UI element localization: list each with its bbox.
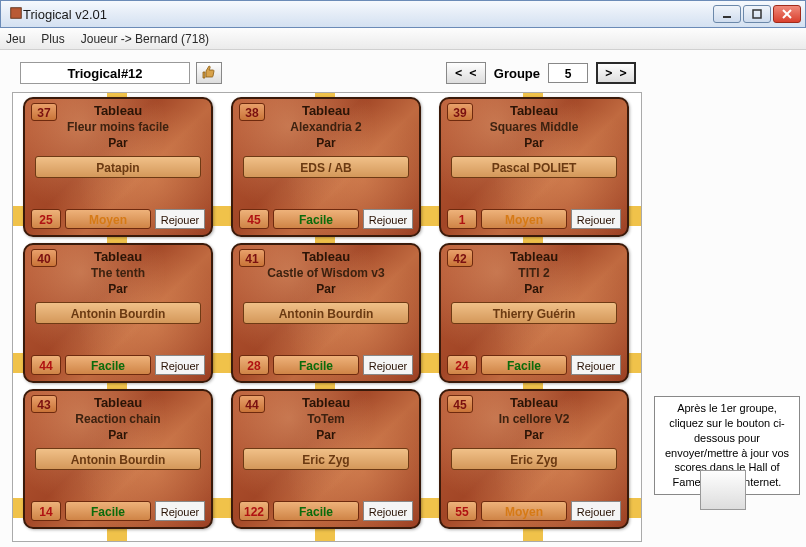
group-next-button[interactable]: > >	[596, 62, 636, 84]
par-label: Par	[233, 136, 419, 150]
board-author: EDS / AB	[243, 156, 409, 178]
board-card[interactable]: 37TableauFleur moins facileParPatapin25M…	[23, 97, 213, 237]
board-number-badge: 43	[31, 395, 57, 413]
board-card[interactable]: 39TableauSquares MiddleParPascal POLIET1…	[439, 97, 629, 237]
par-label: Par	[233, 428, 419, 442]
board-card[interactable]: 44TableauToTemParEric Zyg122FacileRejoue…	[231, 389, 421, 529]
board-author: Antonin Bourdin	[243, 302, 409, 324]
board-difficulty: Facile	[273, 209, 359, 229]
board-author: Patapin	[35, 156, 201, 178]
board-score: 24	[447, 355, 477, 375]
thumbs-up-icon	[201, 64, 217, 83]
replay-button[interactable]: Rejouer	[571, 209, 621, 229]
board-author: Eric Zyg	[243, 448, 409, 470]
minimize-button[interactable]	[713, 5, 741, 23]
svg-rect-0	[11, 7, 22, 18]
board-card[interactable]: 40TableauThe tenthParAntonin Bourdin44Fa…	[23, 243, 213, 383]
par-label: Par	[441, 428, 627, 442]
board-title: Reaction chain	[25, 412, 211, 426]
board-author: Pascal POLIET	[451, 156, 617, 178]
board-card[interactable]: 38TableauAlexandria 2ParEDS / AB45Facile…	[231, 97, 421, 237]
board-number-badge: 38	[239, 103, 265, 121]
board-number-badge: 41	[239, 249, 265, 267]
board-score: 44	[31, 355, 61, 375]
menu-joueur[interactable]: Joueur -> Bernard (718)	[81, 32, 209, 46]
board-title: Alexandria 2	[233, 120, 419, 134]
board-title: The tenth	[25, 266, 211, 280]
board-difficulty: Facile	[273, 501, 359, 521]
window-title: Triogical v2.01	[23, 7, 713, 22]
replay-button[interactable]: Rejouer	[155, 501, 205, 521]
board-number-badge: 40	[31, 249, 57, 267]
board-card[interactable]: 45TableauIn cellore V2ParEric Zyg55Moyen…	[439, 389, 629, 529]
board-author: Antonin Bourdin	[35, 302, 201, 324]
replay-button[interactable]: Rejouer	[571, 355, 621, 375]
maximize-button[interactable]	[743, 5, 771, 23]
board-score: 45	[239, 209, 269, 229]
board-score: 14	[31, 501, 61, 521]
board-score: 28	[239, 355, 269, 375]
board-score: 122	[239, 501, 269, 521]
replay-button[interactable]: Rejouer	[363, 209, 413, 229]
replay-button[interactable]: Rejouer	[363, 355, 413, 375]
replay-button[interactable]: Rejouer	[571, 501, 621, 521]
par-label: Par	[25, 282, 211, 296]
upload-scores-button[interactable]	[700, 470, 746, 510]
board-number-badge: 44	[239, 395, 265, 413]
group-prev-button[interactable]: < <	[446, 62, 486, 84]
board-difficulty: Moyen	[65, 209, 151, 229]
board-card[interactable]: 41TableauCastle of Wisdom v3ParAntonin B…	[231, 243, 421, 383]
board-difficulty: Facile	[273, 355, 359, 375]
board-number-badge: 39	[447, 103, 473, 121]
close-button[interactable]	[773, 5, 801, 23]
boards-grid: 37TableauFleur moins facileParPatapin25M…	[12, 92, 642, 542]
board-title: In cellore V2	[441, 412, 627, 426]
board-difficulty: Moyen	[481, 501, 567, 521]
par-label: Par	[25, 428, 211, 442]
par-label: Par	[25, 136, 211, 150]
par-label: Par	[441, 282, 627, 296]
board-author: Thierry Guérin	[451, 302, 617, 324]
menu-bar: Jeu Plus Joueur -> Bernard (718)	[0, 28, 806, 50]
board-score: 55	[447, 501, 477, 521]
par-label: Par	[441, 136, 627, 150]
board-difficulty: Facile	[65, 501, 151, 521]
par-label: Par	[233, 282, 419, 296]
board-title: ToTem	[233, 412, 419, 426]
group-label: Groupe	[494, 66, 540, 81]
board-card[interactable]: 42TableauTITI 2ParThierry Guérin24Facile…	[439, 243, 629, 383]
thumbs-up-button[interactable]	[196, 62, 222, 84]
window-titlebar: Triogical v2.01	[0, 0, 806, 28]
replay-button[interactable]: Rejouer	[363, 501, 413, 521]
board-score: 25	[31, 209, 61, 229]
menu-plus[interactable]: Plus	[41, 32, 64, 46]
board-title: Castle of Wisdom v3	[233, 266, 419, 280]
replay-button[interactable]: Rejouer	[155, 209, 205, 229]
board-title: Squares Middle	[441, 120, 627, 134]
board-difficulty: Facile	[481, 355, 567, 375]
board-card[interactable]: 43TableauReaction chainParAntonin Bourdi…	[23, 389, 213, 529]
board-number-badge: 37	[31, 103, 57, 121]
sequence-name-field[interactable]: Triogical#12	[20, 62, 190, 84]
board-author: Antonin Bourdin	[35, 448, 201, 470]
board-difficulty: Moyen	[481, 209, 567, 229]
board-author: Eric Zyg	[451, 448, 617, 470]
board-title: TITI 2	[441, 266, 627, 280]
board-score: 1	[447, 209, 477, 229]
replay-button[interactable]: Rejouer	[155, 355, 205, 375]
group-number-field[interactable]: 5	[548, 63, 588, 83]
app-icon	[9, 6, 23, 23]
svg-rect-2	[753, 10, 761, 18]
board-number-badge: 42	[447, 249, 473, 267]
board-difficulty: Facile	[65, 355, 151, 375]
menu-jeu[interactable]: Jeu	[6, 32, 25, 46]
board-number-badge: 45	[447, 395, 473, 413]
board-title: Fleur moins facile	[25, 120, 211, 134]
